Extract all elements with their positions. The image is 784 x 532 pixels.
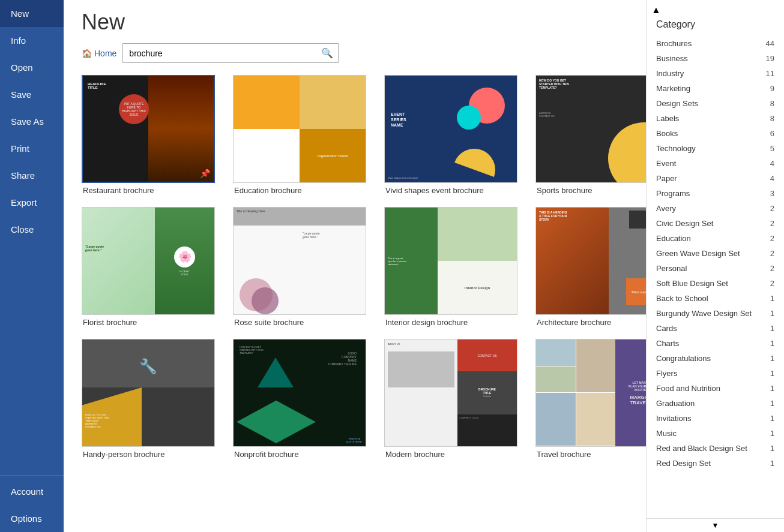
sidebar-item-open[interactable]: Open — [0, 54, 64, 81]
template-item[interactable]: THIS IS A HEADINGX TITLE FOR YOURSTORY "… — [535, 207, 646, 327]
category-name: Charts — [656, 339, 679, 348]
template-label: Nonprofit brochure — [233, 450, 366, 459]
category-name: Personal — [656, 264, 687, 273]
category-item[interactable]: Avery2 — [647, 201, 784, 216]
category-item[interactable]: Congratulations1 — [647, 351, 784, 366]
category-name: Marketing — [656, 84, 690, 93]
category-item[interactable]: Flyers1 — [647, 366, 784, 381]
category-item[interactable]: Soft Blue Design Set2 — [647, 276, 784, 291]
category-item[interactable]: Labels8 — [647, 111, 784, 126]
category-item[interactable]: Music1 — [647, 426, 784, 441]
category-name: Education — [656, 234, 691, 243]
template-item[interactable]: 🔧 HOW DO YOU GETSTARTED WITH THISTEMPLAT… — [82, 339, 215, 459]
sidebar-item-info[interactable]: Info — [0, 27, 64, 54]
template-item[interactable]: LET MARGIEPLAN YOUR NEXTVACATION MARGIE'… — [535, 339, 646, 459]
category-header: Category — [647, 10, 784, 36]
category-item[interactable]: Food and Nutrition1 — [647, 381, 784, 396]
category-item[interactable]: Marketing9 — [647, 81, 784, 96]
search-input[interactable] — [123, 45, 316, 62]
template-item[interactable]: Interior Design This is a greatspot for … — [384, 207, 517, 327]
template-item[interactable]: HOW DO YOU GETSTARTED WITH THISTEMPLATE?… — [233, 339, 366, 459]
category-name: Back to School — [656, 294, 708, 303]
category-item[interactable]: Invitations1 — [647, 411, 784, 426]
template-label: Rose suite brochure — [233, 318, 366, 327]
template-item[interactable]: Title or Heading Here "Large quotegoes h… — [233, 207, 366, 327]
category-count: 2 — [770, 264, 774, 273]
category-item[interactable]: Paper4 — [647, 171, 784, 186]
category-item[interactable]: Industry11 — [647, 66, 784, 81]
category-item[interactable]: Charts1 — [647, 336, 784, 351]
sidebar-item-options[interactable]: Options — [0, 505, 64, 532]
category-item[interactable]: Technology5 — [647, 141, 784, 156]
header: New 🏠 Home 🔍 — [64, 0, 646, 69]
sidebar-item-print[interactable]: Print — [0, 135, 64, 162]
category-item[interactable]: Brochures44 — [647, 36, 784, 51]
template-thumbnail: EVENTSERIESNAME Vivid shapes event broch… — [384, 75, 517, 183]
sidebar-item-new[interactable]: New — [0, 0, 64, 27]
category-item[interactable]: Back to School1 — [647, 291, 784, 306]
category-name: Food and Nutrition — [656, 384, 720, 393]
gallery-area: HEADLINETITLE PUT A QUOTE HERE TO HIGHLI… — [64, 69, 646, 532]
category-item[interactable]: Red and Black Design Set1 — [647, 441, 784, 456]
category-item[interactable]: Burgundy Wave Design Set1 — [647, 306, 784, 321]
category-count: 44 — [766, 39, 774, 48]
sidebar-item-saveas[interactable]: Save As — [0, 108, 64, 135]
sidebar: New Info Open Save Save As Print Share E… — [0, 0, 64, 532]
sidebar-item-account[interactable]: Account — [0, 478, 64, 505]
category-count: 1 — [770, 444, 774, 453]
category-item[interactable]: Civic Design Set2 — [647, 216, 784, 231]
template-item[interactable]: EVENTSERIESNAME Vivid shapes event broch… — [384, 75, 517, 195]
category-name: Paper — [656, 174, 677, 183]
category-name: Avery — [656, 204, 676, 213]
template-label: Vivid shapes event brochure — [384, 186, 517, 195]
sidebar-item-save[interactable]: Save — [0, 81, 64, 108]
template-item[interactable]: 🌸 FLORISTLOGO "Large quotegoes here." Fl… — [82, 207, 215, 327]
category-name: Books — [656, 129, 678, 138]
category-item[interactable]: Cards1 — [647, 321, 784, 336]
category-item[interactable]: Event4 — [647, 156, 784, 171]
category-item[interactable]: Books6 — [647, 126, 784, 141]
category-count: 2 — [770, 234, 774, 243]
category-item[interactable]: Red Design Set1 — [647, 456, 784, 471]
category-name: Technology — [656, 144, 696, 153]
search-button[interactable]: 🔍 — [316, 44, 338, 62]
category-name: Congratulations — [656, 354, 711, 363]
template-item[interactable]: HOW DO YOU GETSTARTED WITH THISTEMPLATE?… — [535, 75, 646, 195]
category-count: 1 — [770, 384, 774, 393]
category-name: Event — [656, 159, 676, 168]
vivid-text: EVENTSERIESNAME — [391, 112, 406, 128]
category-count: 19 — [766, 54, 774, 63]
sidebar-item-export[interactable]: Export — [0, 189, 64, 216]
category-item[interactable]: Graduation1 — [647, 396, 784, 411]
category-count: 1 — [770, 459, 774, 468]
category-item[interactable]: Education2 — [647, 231, 784, 246]
template-item[interactable]: Organization Name Education brochure — [233, 75, 366, 195]
template-thumbnail: Organization Name — [233, 75, 366, 183]
template-thumbnail: Interior Design This is a greatspot for … — [384, 207, 517, 315]
template-thumbnail: HEADLINETITLE PUT A QUOTE HERE TO HIGHLI… — [82, 75, 215, 183]
category-count: 1 — [770, 414, 774, 423]
category-count: 9 — [770, 84, 774, 93]
category-item[interactable]: Business19 — [647, 51, 784, 66]
category-name: Red and Black Design Set — [656, 444, 747, 453]
page-title: New — [82, 10, 628, 35]
sidebar-item-close[interactable]: Close — [0, 216, 64, 243]
scroll-up-button[interactable]: ▲ — [651, 5, 656, 10]
template-item[interactable]: HEADLINETITLE PUT A QUOTE HERE TO HIGHLI… — [82, 75, 215, 195]
template-item[interactable]: ABOUT US CONTACT US BROCHURETITLE Subtit… — [384, 339, 517, 459]
category-item[interactable]: Personal2 — [647, 261, 784, 276]
category-item[interactable]: Design Sets8 — [647, 96, 784, 111]
category-item[interactable]: Green Wave Design Set2 — [647, 246, 784, 261]
scroll-down-button[interactable]: ▼ — [712, 521, 719, 530]
category-count: 5 — [770, 144, 774, 153]
category-name: Burgundy Wave Design Set — [656, 309, 752, 318]
category-count: 11 — [766, 69, 774, 78]
template-label: Sports brochure — [535, 186, 646, 195]
template-label: Interior design brochure — [384, 318, 517, 327]
sports-circle — [608, 122, 646, 182]
category-list: Brochures44Business19Industry11Marketing… — [647, 36, 784, 518]
category-item[interactable]: Programs3 — [647, 186, 784, 201]
home-button[interactable]: 🏠 Home — [82, 49, 116, 58]
sidebar-item-share[interactable]: Share — [0, 162, 64, 189]
category-count: 2 — [770, 204, 774, 213]
